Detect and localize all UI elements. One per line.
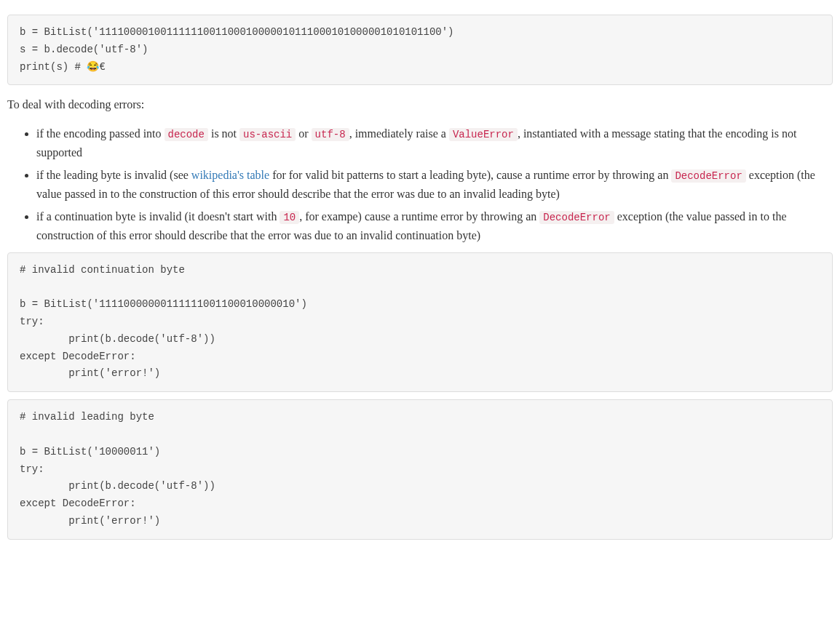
list-item: if the encoding passed into decode is no… [36,124,833,161]
inline-code-decode: decode [165,128,208,141]
list-item: if a continuation byte is invalid (it do… [36,207,833,244]
inline-code-utf8: utf-8 [312,128,349,141]
wikipedia-table-link[interactable]: wikipedia's table [191,169,269,181]
inline-code-decodeerror: DecodeError [671,169,745,183]
text-fragment: if the leading byte is invalid (see [36,169,191,181]
code-block-invalid-continuation: # invalid continuation byte b = BitList(… [7,252,833,393]
text-fragment: or [296,127,311,140]
inline-code-valueerror: ValueError [449,128,518,141]
document-container: b = BitList('111100001001111110011000100… [7,15,833,540]
text-fragment: is not [208,127,239,140]
intro-paragraph: To deal with decoding errors: [7,95,833,114]
inline-code-decodeerror: DecodeError [539,211,614,224]
text-fragment: if the encoding passed into [36,127,165,140]
inline-code-us-ascii: us-ascii [239,128,296,141]
list-item: if the leading byte is invalid (see wiki… [36,166,833,203]
code-block-invalid-leading: # invalid leading byte b = BitList('1000… [7,399,833,540]
inline-code-ten: 10 [280,211,299,224]
text-fragment: if a continuation byte is invalid (it do… [36,210,280,223]
text-fragment: for for valid bit patterns to start a le… [269,169,671,181]
text-fragment: , immediately raise a [349,127,449,140]
error-handling-list: if the encoding passed into decode is no… [7,124,833,245]
text-fragment: , for exampe) cause a runtime error by t… [299,210,539,223]
code-block-example-decode: b = BitList('111100001001111110011000100… [7,15,833,85]
